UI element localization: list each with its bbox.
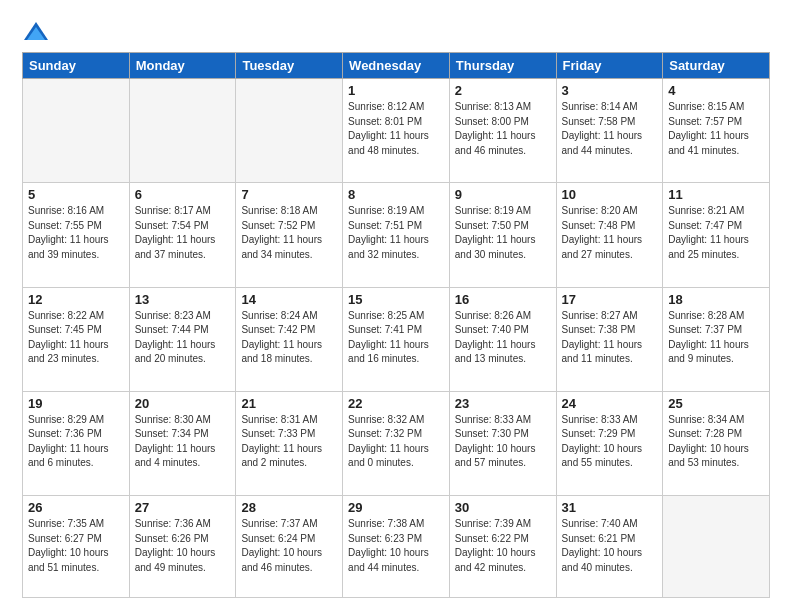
day-info: Sunrise: 8:21 AM Sunset: 7:47 PM Dayligh… <box>668 204 764 262</box>
day-info: Sunrise: 8:26 AM Sunset: 7:40 PM Dayligh… <box>455 309 551 367</box>
day-number: 2 <box>455 83 551 98</box>
day-info: Sunrise: 8:14 AM Sunset: 7:58 PM Dayligh… <box>562 100 658 158</box>
day-number: 16 <box>455 292 551 307</box>
calendar-cell: 19Sunrise: 8:29 AM Sunset: 7:36 PM Dayli… <box>23 391 130 495</box>
day-number: 28 <box>241 500 337 515</box>
col-header-tuesday: Tuesday <box>236 53 343 79</box>
calendar-cell: 16Sunrise: 8:26 AM Sunset: 7:40 PM Dayli… <box>449 287 556 391</box>
day-number: 25 <box>668 396 764 411</box>
calendar-cell: 22Sunrise: 8:32 AM Sunset: 7:32 PM Dayli… <box>343 391 450 495</box>
day-number: 10 <box>562 187 658 202</box>
day-info: Sunrise: 8:34 AM Sunset: 7:28 PM Dayligh… <box>668 413 764 471</box>
day-number: 6 <box>135 187 231 202</box>
calendar-cell: 23Sunrise: 8:33 AM Sunset: 7:30 PM Dayli… <box>449 391 556 495</box>
page: SundayMondayTuesdayWednesdayThursdayFrid… <box>0 0 792 612</box>
calendar-cell: 3Sunrise: 8:14 AM Sunset: 7:58 PM Daylig… <box>556 79 663 183</box>
calendar-cell: 24Sunrise: 8:33 AM Sunset: 7:29 PM Dayli… <box>556 391 663 495</box>
calendar-cell: 11Sunrise: 8:21 AM Sunset: 7:47 PM Dayli… <box>663 183 770 287</box>
col-header-thursday: Thursday <box>449 53 556 79</box>
day-info: Sunrise: 8:28 AM Sunset: 7:37 PM Dayligh… <box>668 309 764 367</box>
day-number: 24 <box>562 396 658 411</box>
calendar-cell: 9Sunrise: 8:19 AM Sunset: 7:50 PM Daylig… <box>449 183 556 287</box>
day-number: 5 <box>28 187 124 202</box>
day-number: 7 <box>241 187 337 202</box>
calendar-cell: 28Sunrise: 7:37 AM Sunset: 6:24 PM Dayli… <box>236 496 343 598</box>
day-info: Sunrise: 7:37 AM Sunset: 6:24 PM Dayligh… <box>241 517 337 575</box>
calendar-header-row: SundayMondayTuesdayWednesdayThursdayFrid… <box>23 53 770 79</box>
day-info: Sunrise: 8:12 AM Sunset: 8:01 PM Dayligh… <box>348 100 444 158</box>
logo-icon <box>22 18 50 46</box>
calendar-cell: 21Sunrise: 8:31 AM Sunset: 7:33 PM Dayli… <box>236 391 343 495</box>
day-info: Sunrise: 8:32 AM Sunset: 7:32 PM Dayligh… <box>348 413 444 471</box>
day-number: 13 <box>135 292 231 307</box>
day-number: 14 <box>241 292 337 307</box>
calendar-cell: 2Sunrise: 8:13 AM Sunset: 8:00 PM Daylig… <box>449 79 556 183</box>
calendar-cell: 30Sunrise: 7:39 AM Sunset: 6:22 PM Dayli… <box>449 496 556 598</box>
day-number: 21 <box>241 396 337 411</box>
calendar-cell: 27Sunrise: 7:36 AM Sunset: 6:26 PM Dayli… <box>129 496 236 598</box>
day-info: Sunrise: 8:16 AM Sunset: 7:55 PM Dayligh… <box>28 204 124 262</box>
day-info: Sunrise: 7:36 AM Sunset: 6:26 PM Dayligh… <box>135 517 231 575</box>
day-number: 29 <box>348 500 444 515</box>
calendar-cell <box>23 79 130 183</box>
day-info: Sunrise: 7:38 AM Sunset: 6:23 PM Dayligh… <box>348 517 444 575</box>
week-row-1: 5Sunrise: 8:16 AM Sunset: 7:55 PM Daylig… <box>23 183 770 287</box>
day-info: Sunrise: 8:22 AM Sunset: 7:45 PM Dayligh… <box>28 309 124 367</box>
calendar-cell: 29Sunrise: 7:38 AM Sunset: 6:23 PM Dayli… <box>343 496 450 598</box>
day-number: 9 <box>455 187 551 202</box>
day-info: Sunrise: 8:30 AM Sunset: 7:34 PM Dayligh… <box>135 413 231 471</box>
calendar-cell: 18Sunrise: 8:28 AM Sunset: 7:37 PM Dayli… <box>663 287 770 391</box>
day-info: Sunrise: 8:24 AM Sunset: 7:42 PM Dayligh… <box>241 309 337 367</box>
calendar-cell: 31Sunrise: 7:40 AM Sunset: 6:21 PM Dayli… <box>556 496 663 598</box>
day-number: 3 <box>562 83 658 98</box>
day-number: 8 <box>348 187 444 202</box>
day-info: Sunrise: 7:35 AM Sunset: 6:27 PM Dayligh… <box>28 517 124 575</box>
calendar-cell: 12Sunrise: 8:22 AM Sunset: 7:45 PM Dayli… <box>23 287 130 391</box>
day-info: Sunrise: 8:25 AM Sunset: 7:41 PM Dayligh… <box>348 309 444 367</box>
col-header-saturday: Saturday <box>663 53 770 79</box>
calendar-cell <box>129 79 236 183</box>
calendar-cell: 25Sunrise: 8:34 AM Sunset: 7:28 PM Dayli… <box>663 391 770 495</box>
logo <box>22 18 54 46</box>
day-info: Sunrise: 8:13 AM Sunset: 8:00 PM Dayligh… <box>455 100 551 158</box>
day-info: Sunrise: 7:39 AM Sunset: 6:22 PM Dayligh… <box>455 517 551 575</box>
calendar-cell: 13Sunrise: 8:23 AM Sunset: 7:44 PM Dayli… <box>129 287 236 391</box>
calendar-cell: 14Sunrise: 8:24 AM Sunset: 7:42 PM Dayli… <box>236 287 343 391</box>
day-number: 1 <box>348 83 444 98</box>
col-header-friday: Friday <box>556 53 663 79</box>
calendar-cell <box>663 496 770 598</box>
day-number: 15 <box>348 292 444 307</box>
day-number: 22 <box>348 396 444 411</box>
calendar-cell: 26Sunrise: 7:35 AM Sunset: 6:27 PM Dayli… <box>23 496 130 598</box>
day-info: Sunrise: 8:20 AM Sunset: 7:48 PM Dayligh… <box>562 204 658 262</box>
calendar-cell: 20Sunrise: 8:30 AM Sunset: 7:34 PM Dayli… <box>129 391 236 495</box>
calendar-cell: 1Sunrise: 8:12 AM Sunset: 8:01 PM Daylig… <box>343 79 450 183</box>
day-info: Sunrise: 8:18 AM Sunset: 7:52 PM Dayligh… <box>241 204 337 262</box>
day-info: Sunrise: 8:33 AM Sunset: 7:30 PM Dayligh… <box>455 413 551 471</box>
calendar-cell: 6Sunrise: 8:17 AM Sunset: 7:54 PM Daylig… <box>129 183 236 287</box>
col-header-monday: Monday <box>129 53 236 79</box>
calendar-cell <box>236 79 343 183</box>
day-info: Sunrise: 7:40 AM Sunset: 6:21 PM Dayligh… <box>562 517 658 575</box>
day-number: 31 <box>562 500 658 515</box>
day-info: Sunrise: 8:19 AM Sunset: 7:51 PM Dayligh… <box>348 204 444 262</box>
week-row-2: 12Sunrise: 8:22 AM Sunset: 7:45 PM Dayli… <box>23 287 770 391</box>
day-info: Sunrise: 8:19 AM Sunset: 7:50 PM Dayligh… <box>455 204 551 262</box>
col-header-sunday: Sunday <box>23 53 130 79</box>
day-number: 12 <box>28 292 124 307</box>
header <box>22 18 770 46</box>
day-info: Sunrise: 8:15 AM Sunset: 7:57 PM Dayligh… <box>668 100 764 158</box>
day-number: 26 <box>28 500 124 515</box>
day-number: 20 <box>135 396 231 411</box>
calendar-cell: 10Sunrise: 8:20 AM Sunset: 7:48 PM Dayli… <box>556 183 663 287</box>
week-row-4: 26Sunrise: 7:35 AM Sunset: 6:27 PM Dayli… <box>23 496 770 598</box>
day-info: Sunrise: 8:33 AM Sunset: 7:29 PM Dayligh… <box>562 413 658 471</box>
day-number: 11 <box>668 187 764 202</box>
day-info: Sunrise: 8:29 AM Sunset: 7:36 PM Dayligh… <box>28 413 124 471</box>
week-row-3: 19Sunrise: 8:29 AM Sunset: 7:36 PM Dayli… <box>23 391 770 495</box>
day-number: 30 <box>455 500 551 515</box>
calendar-cell: 15Sunrise: 8:25 AM Sunset: 7:41 PM Dayli… <box>343 287 450 391</box>
calendar-table: SundayMondayTuesdayWednesdayThursdayFrid… <box>22 52 770 598</box>
day-info: Sunrise: 8:27 AM Sunset: 7:38 PM Dayligh… <box>562 309 658 367</box>
day-info: Sunrise: 8:23 AM Sunset: 7:44 PM Dayligh… <box>135 309 231 367</box>
